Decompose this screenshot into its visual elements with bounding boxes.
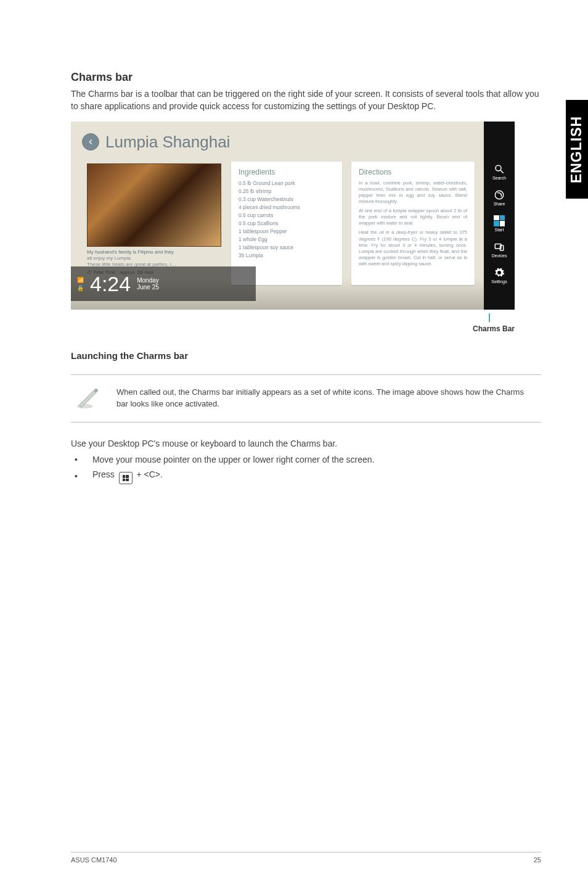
- step-text-a: Press: [92, 469, 117, 479]
- ingredients-title: Ingredients: [239, 168, 335, 176]
- direction-step: At one end of a lumpia wrapper spoon abo…: [359, 208, 467, 226]
- svg-line-1: [500, 170, 504, 173]
- ingredient-item: 0.5 cup carrots: [239, 212, 335, 218]
- ingredient-item: 0.5 lb Ground Lean pork: [239, 180, 335, 186]
- charm-share[interactable]: Share: [494, 189, 505, 206]
- ingredient-item: 1 whole Egg: [239, 236, 335, 242]
- language-label: ENGLISH: [569, 115, 586, 183]
- subsection-heading: Launching the Charms bar: [71, 350, 541, 361]
- direction-step: Heat the oil in a deep-fryer or heavy sk…: [359, 229, 467, 267]
- ingredient-item: 0.25 lb shrimp: [239, 188, 335, 194]
- charm-label: Devices: [492, 254, 507, 258]
- callout-line: [71, 313, 515, 324]
- time-display: 4:24: [90, 272, 131, 296]
- charm-label: Settings: [491, 279, 507, 284]
- ingredients-card: Ingredients 0.5 lb Ground Lean pork 0.25…: [231, 162, 342, 285]
- charms-bar-panel: Search Share Start Devices Settings: [484, 122, 515, 310]
- ingredients-list: 0.5 lb Ground Lean pork 0.25 lb shrimp 0…: [239, 180, 335, 258]
- ingredient-item: 4 pieces dried mushrooms: [239, 204, 335, 210]
- instruction-text: Use your Desktop PC's mouse or keyboard …: [71, 439, 541, 448]
- note-block: When called out, the Charms bar initiall…: [71, 374, 541, 423]
- windows-key-icon: [119, 472, 133, 484]
- app-title: Lumpia Shanghai: [105, 133, 230, 152]
- svg-point-0: [496, 165, 501, 171]
- step-item: Press + <C>.: [75, 469, 541, 484]
- back-button[interactable]: [82, 133, 99, 151]
- direction-step: In a bowl, combine pork, shrimp, water-c…: [359, 180, 467, 205]
- screenshot-caption: Charms Bar: [71, 324, 515, 333]
- charm-devices[interactable]: Devices: [492, 241, 507, 258]
- charm-label: Search: [492, 176, 506, 180]
- ingredient-item: 1 tablespoon soy sauce: [239, 244, 335, 250]
- recipe-photo: [87, 163, 221, 247]
- search-icon: [494, 163, 505, 175]
- ingredient-item: 0.5 cup Scallions: [239, 220, 335, 226]
- svg-point-2: [495, 191, 504, 199]
- devices-icon: [494, 241, 505, 252]
- day-display: Monday: [137, 277, 159, 284]
- footer-page-number: 25: [534, 856, 541, 864]
- charms-bar-screenshot: Lumpia Shanghai My husband's family is F…: [71, 122, 515, 310]
- page-footer: ASUS CM1740 25: [71, 852, 541, 864]
- ingredient-item: 0.3 cup Waterchestnuts: [239, 196, 335, 202]
- clock-overlay: 📶 🔒 4:24 Monday June 25: [71, 270, 165, 299]
- signal-icon: 📶: [77, 277, 84, 283]
- ingredient-item: 35 Lumpia: [239, 252, 335, 258]
- directions-card: Directions In a bowl, combine pork, shri…: [351, 162, 475, 285]
- step-text-b: + <C>.: [136, 469, 162, 479]
- note-text: When called out, the Charms bar initiall…: [116, 387, 537, 410]
- charm-search[interactable]: Search: [492, 163, 506, 180]
- pen-icon: [75, 384, 102, 413]
- charm-settings[interactable]: Settings: [491, 267, 507, 284]
- lock-icon: 🔒: [77, 285, 84, 291]
- share-icon: [494, 189, 505, 200]
- gear-icon: [494, 267, 505, 278]
- step-item: Move your mouse pointer on the upper or …: [75, 455, 541, 464]
- start-icon: [494, 215, 505, 226]
- date-display: June 25: [137, 284, 159, 291]
- footer-product: ASUS CM1740: [71, 856, 117, 864]
- recipe-left-panel: My husband's family is Filipino and they…: [87, 163, 221, 276]
- ingredient-item: 1 tablespoon Pepper: [239, 228, 335, 234]
- arrow-left-icon: [86, 138, 95, 146]
- language-tab: ENGLISH: [566, 100, 588, 199]
- section-heading: Charms bar: [71, 71, 541, 84]
- charm-start[interactable]: Start: [494, 215, 505, 232]
- intro-paragraph: The Charms bar is a toolbar that can be …: [71, 88, 541, 113]
- charm-label: Share: [494, 202, 505, 206]
- charm-label: Start: [495, 228, 504, 232]
- directions-title: Directions: [359, 168, 467, 176]
- step-text: Move your mouse pointer on the upper or …: [92, 455, 375, 464]
